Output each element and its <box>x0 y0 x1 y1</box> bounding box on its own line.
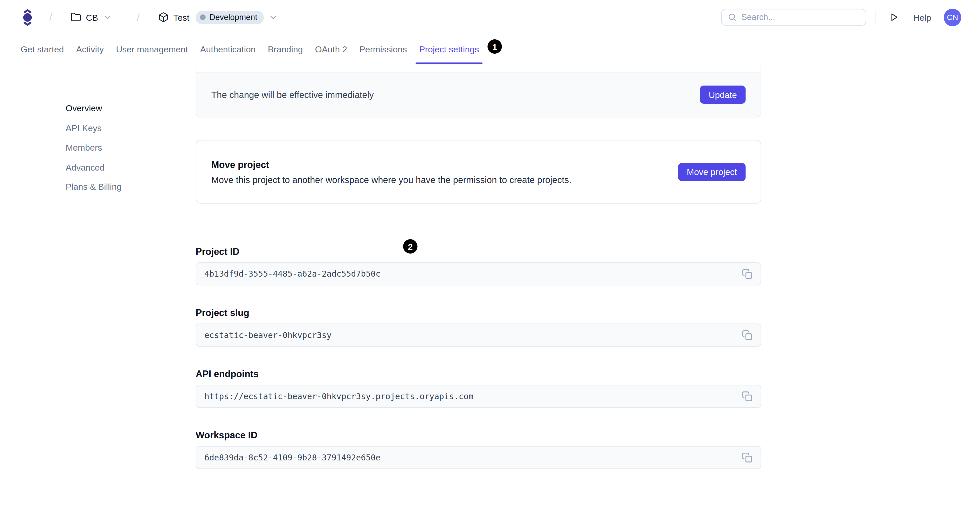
help-link[interactable]: Help <box>913 12 931 22</box>
move-project-button[interactable]: Move project <box>678 163 746 181</box>
main-content: The change will be effective immediately… <box>196 64 761 491</box>
tab-permissions[interactable]: Permissions <box>359 35 407 64</box>
search-box[interactable] <box>721 9 866 26</box>
api-endpoints-field: https://ecstatic-beaver-0hkvpcr3sy.proje… <box>196 385 761 408</box>
copy-button[interactable] <box>742 268 752 279</box>
tab-authentication[interactable]: Authentication <box>200 35 256 64</box>
tab-project-settings-label: Project settings <box>419 44 479 54</box>
environment-dot-icon <box>200 14 206 20</box>
active-tab-indicator <box>415 62 483 64</box>
chevron-down-icon <box>103 13 112 22</box>
move-project-title: Move project <box>211 159 571 170</box>
project-slug-field: ecstatic-beaver-0hkvpcr3sy <box>196 324 761 347</box>
project-slug-section: Project slug ecstatic-beaver-0hkvpcr3sy <box>196 307 761 347</box>
update-button[interactable]: Update <box>700 86 746 104</box>
copy-icon <box>742 268 752 279</box>
search-icon <box>728 13 737 22</box>
update-card-body <box>196 64 761 72</box>
move-project-description: Move this project to another workspace w… <box>211 175 571 184</box>
update-card: The change will be effective immediately… <box>196 64 761 117</box>
settings-sidebar: Overview API Keys Members Advanced Plans… <box>66 64 185 202</box>
avatar[interactable]: CN <box>944 8 961 26</box>
workspace-id-label: Workspace ID <box>196 430 761 440</box>
tab-oauth2[interactable]: OAuth 2 <box>315 35 347 64</box>
chevron-down-icon <box>269 13 277 22</box>
tab-activity[interactable]: Activity <box>76 35 104 64</box>
sidebar-item-advanced[interactable]: Advanced <box>66 163 185 171</box>
workspace-name: CB <box>86 12 98 22</box>
copy-button[interactable] <box>742 330 752 340</box>
tab-get-started[interactable]: Get started <box>21 35 64 64</box>
ory-logo-icon[interactable] <box>21 8 35 27</box>
breadcrumb-project[interactable]: Test Development <box>158 10 277 24</box>
workspace-id-field: 6de839da-8c52-4109-9b28-3791492e650e <box>196 446 761 469</box>
move-project-card: Move project Move this project to anothe… <box>196 140 761 204</box>
api-endpoints-label: API endpoints <box>196 369 761 379</box>
sidebar-item-overview[interactable]: Overview <box>66 104 185 113</box>
app-header: / CB / Test Developmen <box>0 0 980 35</box>
folder-icon <box>71 12 81 22</box>
api-endpoints-section: API endpoints https://ecstatic-beaver-0h… <box>196 369 761 408</box>
environment-badge: Development <box>196 10 264 24</box>
update-card-message: The change will be effective immediately <box>211 90 374 100</box>
header-divider <box>876 10 876 25</box>
project-id-label: Project ID <box>196 246 761 257</box>
breadcrumb-separator: / <box>49 12 52 23</box>
play-icon <box>889 12 900 22</box>
breadcrumb-workspace[interactable]: CB <box>71 12 112 22</box>
copy-icon <box>742 391 752 402</box>
project-id-field: 4b13df9d-3555-4485-a62a-2adc55d7b50c <box>196 262 761 286</box>
annotation-badge-2: 2 <box>403 239 417 254</box>
project-name: Test <box>173 12 189 22</box>
api-endpoints-value: https://ecstatic-beaver-0hkvpcr3sy.proje… <box>204 392 473 401</box>
tab-branding[interactable]: Branding <box>268 35 303 64</box>
sidebar-item-members[interactable]: Members <box>66 143 185 152</box>
copy-button[interactable] <box>742 452 752 463</box>
breadcrumb-separator: / <box>137 12 140 23</box>
project-id-value: 4b13df9d-3555-4485-a62a-2adc55d7b50c <box>204 269 380 278</box>
update-card-footer: The change will be effective immediately… <box>196 72 761 117</box>
project-slug-value: ecstatic-beaver-0hkvpcr3sy <box>204 330 331 340</box>
sidebar-item-api-keys[interactable]: API Keys <box>66 124 185 132</box>
search-input[interactable] <box>741 13 861 22</box>
sidebar-item-plans-billing[interactable]: Plans & Billing <box>66 183 185 191</box>
tab-user-management[interactable]: User management <box>116 35 188 64</box>
project-slug-label: Project slug <box>196 307 761 318</box>
tab-project-settings[interactable]: Project settings <box>419 35 479 64</box>
workspace-id-section: Workspace ID 6de839da-8c52-4109-9b28-379… <box>196 430 761 469</box>
app-root: / CB / Test Developmen <box>0 0 980 519</box>
copy-button[interactable] <box>742 391 752 402</box>
play-button[interactable] <box>889 12 900 22</box>
copy-icon <box>742 452 752 463</box>
project-id-section: Project ID 4b13df9d-3555-4485-a62a-2adc5… <box>196 246 761 286</box>
annotation-badge-1: 1 <box>487 40 502 54</box>
project-info-sections: Project ID 4b13df9d-3555-4485-a62a-2adc5… <box>196 246 761 469</box>
workspace-id-value: 6de839da-8c52-4109-9b28-3791492e650e <box>204 453 380 462</box>
package-icon <box>158 12 169 22</box>
environment-label: Development <box>209 13 257 22</box>
copy-icon <box>742 330 752 340</box>
